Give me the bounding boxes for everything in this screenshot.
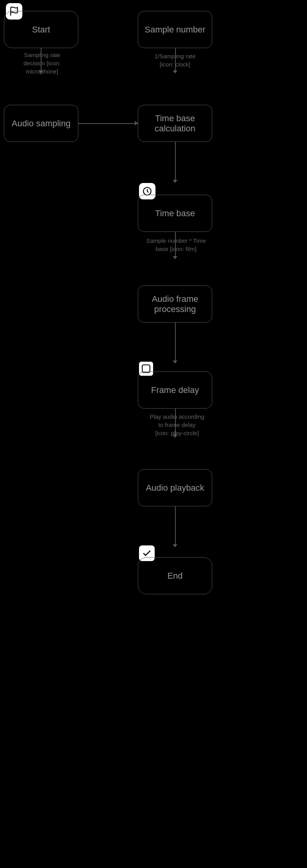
sample-time-base-label: Sample number * Timebase [icon: film]	[138, 237, 214, 253]
frame-delay-node: Frame delay	[138, 371, 212, 409]
time-base-calc-label: Time basecalculation	[155, 113, 195, 134]
arrow-sample-down	[173, 70, 177, 74]
arrow-afp-down	[173, 360, 177, 364]
audio-sampling-node: Audio sampling	[4, 105, 78, 142]
audio-frame-label: Audio frameprocessing	[152, 294, 199, 314]
conn-tbc-down	[175, 142, 176, 181]
time-base-label: Time base	[155, 208, 195, 219]
audio-frame-processing-node: Audio frameprocessing	[138, 285, 212, 323]
sample-number-label: Sample number	[144, 25, 205, 35]
conn-as-right	[78, 123, 138, 124]
start-label: Start	[32, 25, 50, 35]
audio-playback-node: Audio playback	[138, 469, 212, 506]
arrow-ap-down	[173, 544, 177, 547]
end-label: End	[167, 571, 182, 581]
arrow-tb-down	[173, 256, 177, 259]
time-base-node: Time base	[138, 195, 212, 232]
conn-ap-down	[175, 506, 176, 545]
start-node: Start	[4, 11, 78, 48]
audio-playback-label: Audio playback	[146, 483, 204, 493]
play-audio-label: Play audio accordingto frame delay[icon:…	[138, 412, 216, 437]
time-base-calculation-node: Time basecalculation	[138, 105, 212, 142]
arrow-tbc-down	[173, 180, 177, 183]
sample-number-node: Sample number	[138, 11, 212, 48]
conn-afp-down	[175, 323, 176, 362]
arrow-as-right	[135, 121, 138, 126]
end-node: End	[138, 557, 212, 594]
sampling-rate-label: Sampling ratedecision [icon:microphone]	[6, 51, 78, 75]
one-over-sampling-rate-label: 1/Sampling rate[icon: clock]	[138, 52, 212, 68]
frame-delay-label: Frame delay	[151, 385, 199, 395]
audio-sampling-label: Audio sampling	[12, 118, 70, 129]
